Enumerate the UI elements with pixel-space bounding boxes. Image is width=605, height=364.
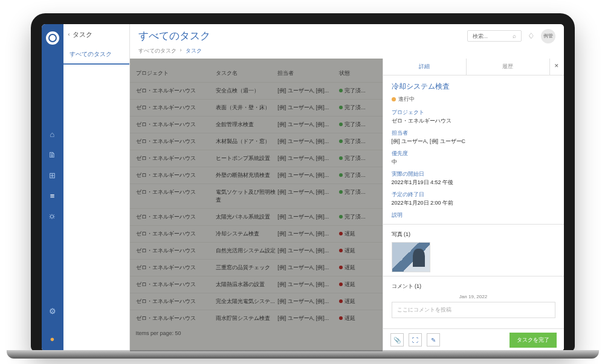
search-icon: ⌕ xyxy=(513,33,516,39)
table-row[interactable]: ゼロ・エネルギーハウスヒートポンプ系統設置[例] ユーザーA, [例]...完了… xyxy=(130,150,383,167)
main-area: すべてのタスク ⌕ ♢ 例管 すべてのタスク › タスク プロジェクト タスク名 xyxy=(130,24,564,351)
status-dot-icon xyxy=(339,190,343,194)
help-icon[interactable]: ● xyxy=(48,334,57,344)
table-row[interactable]: ゼロ・エネルギーハウス表面（天井・壁・床）[例] ユーザーA, [例]...完了… xyxy=(130,99,383,116)
cell-task: 外壁の断熱材充填検査 xyxy=(216,171,277,179)
nav-item-all-tasks[interactable]: すべてのタスク xyxy=(63,45,129,65)
search-box[interactable]: ⌕ xyxy=(467,30,522,42)
cell-task: 冷却システム検査 xyxy=(216,230,277,238)
cell-status: 完了済... xyxy=(339,188,376,204)
cell-project: ゼロ・エネルギーハウス xyxy=(136,230,216,238)
avatar[interactable]: 例管 xyxy=(541,29,555,43)
field-due-value: 2022年1月20日 2:00 午前 xyxy=(392,199,555,207)
col-status: 状態 xyxy=(339,69,376,77)
comment-date: Jan 19, 2022 xyxy=(392,294,555,299)
chevron-right-icon: › xyxy=(180,47,182,55)
cell-task: 三重窓の品質チェック xyxy=(216,264,277,272)
document-icon[interactable]: 🗎 xyxy=(48,150,57,160)
status-dot-icon xyxy=(339,106,343,109)
cell-status: 遅延 xyxy=(339,298,376,305)
app-logo[interactable] xyxy=(46,31,59,45)
cell-assignee: [例] ユーザーA, [例]... xyxy=(277,247,339,255)
field-due-label: 予定の終了日 xyxy=(392,191,555,199)
cell-status: 完了済... xyxy=(339,104,376,112)
table-row[interactable]: ゼロ・エネルギーハウス電気ソケット及び照明検査[例] ユーザーA, [例]...… xyxy=(130,184,383,208)
comments-heading: コメント (1) xyxy=(392,283,555,290)
cell-project: ゼロ・エネルギーハウス xyxy=(136,264,216,272)
status-dot-icon xyxy=(339,89,343,92)
table-row[interactable]: ゼロ・エネルギーハウス冷却システム検査[例] ユーザーA, [例]...遅延 xyxy=(130,225,383,242)
cell-task: 安全点検（週一） xyxy=(216,87,277,95)
status-dot-icon xyxy=(339,316,343,320)
cell-assignee: [例] ユーザーA, [例]... xyxy=(277,104,339,112)
table-row[interactable]: ゼロ・エネルギーハウス木材製品（ドア・窓）[例] ユーザーA, [例]...完了… xyxy=(130,133,383,150)
complete-button[interactable]: タスクを完了 xyxy=(510,333,557,348)
briefcase-icon[interactable]: ⌂ xyxy=(48,130,57,139)
edit-icon[interactable]: ✎ xyxy=(427,333,440,346)
cell-project: ゼロ・エネルギーハウス xyxy=(136,87,216,95)
detail-title: 冷却システム検査 xyxy=(392,81,555,92)
breadcrumb-parent[interactable]: すべてのタスク xyxy=(138,47,176,55)
photos-heading: 写真 (1) xyxy=(392,231,555,238)
field-assignee-label: 担当者 xyxy=(392,130,555,137)
cell-status: 遅延 xyxy=(339,264,376,272)
breadcrumb: すべてのタスク › タスク xyxy=(130,46,564,59)
cell-status: 遅延 xyxy=(339,247,376,255)
tab-details[interactable]: 詳細 xyxy=(383,59,466,75)
table-row[interactable]: ゼロ・エネルギーハウス全館管理水検査[例] ユーザーA, [例]...完了済..… xyxy=(130,116,383,133)
status-dot-icon xyxy=(339,156,343,160)
col-project: プロジェクト xyxy=(136,69,216,77)
cell-project: ゼロ・エネルギーハウス xyxy=(136,315,216,322)
task-photo[interactable] xyxy=(392,242,430,272)
table-row[interactable]: ゼロ・エネルギーハウス太陽光パネル系統設置[例] ユーザーA, [例]...完了… xyxy=(130,208,383,225)
nav-back-label: タスク xyxy=(73,30,92,39)
people-icon[interactable]: ⛭ xyxy=(48,212,57,222)
cell-project: ゼロ・エネルギーハウス xyxy=(136,281,216,289)
status-text: 進行中 xyxy=(398,95,415,103)
settings-icon[interactable]: ⚙ xyxy=(48,307,57,316)
field-assignee-value: [例] ユーザーA, [例] ユーザーC xyxy=(392,138,555,145)
search-input[interactable] xyxy=(473,33,509,39)
main-header: すべてのタスク ⌕ ♢ 例管 xyxy=(130,24,564,46)
table-row[interactable]: ゼロ・エネルギーハウス太陽熱温水器の設置[例] ユーザーA, [例]...遅延 xyxy=(130,276,383,293)
cell-assignee: [例] ユーザーA, [例]... xyxy=(277,121,339,129)
table-row[interactable]: ゼロ・エネルギーハウス三重窓の品質チェック[例] ユーザーA, [例]...遅延 xyxy=(130,259,383,276)
cell-assignee: [例] ユーザーA, [例]... xyxy=(277,87,339,95)
cell-project: ゼロ・エネルギーハウス xyxy=(136,188,216,204)
cell-assignee: [例] ユーザーA, [例]... xyxy=(277,281,339,289)
nav-back[interactable]: ‹ タスク xyxy=(63,24,129,45)
status-dot-icon xyxy=(339,299,343,303)
status-dot-icon xyxy=(339,215,343,219)
table-row[interactable]: ゼロ・エネルギーハウス完全太陽光電気システ...[例] ユーザーA, [例]..… xyxy=(130,293,383,310)
bell-icon[interactable]: ♢ xyxy=(528,31,535,40)
status-line: 進行中 xyxy=(392,95,555,103)
table-row[interactable]: ゼロ・エネルギーハウス自然光活用システム設定[例] ユーザーA, [例]...遅… xyxy=(130,242,383,259)
detail-footer: 📎 ⛶ ✎ タスクを完了 xyxy=(383,328,564,351)
task-table-area: プロジェクト タスク名 担当者 状態 ゼロ・エネルギーハウス安全点検（週一）[例… xyxy=(130,59,383,351)
tab-history[interactable]: 履歴 xyxy=(466,59,549,75)
table-row[interactable]: ゼロ・エネルギーハウス外壁の断熱材充填検査[例] ユーザーA, [例]...完了… xyxy=(130,167,383,184)
cell-status: 完了済... xyxy=(339,121,376,129)
calendar-icon[interactable]: ⊞ xyxy=(48,171,57,180)
field-start-value: 2022年1月19日 4:52 午後 xyxy=(392,179,555,187)
field-priority-value: 中 xyxy=(392,158,555,166)
comment-input[interactable]: ここにコメントを投稿 xyxy=(392,302,555,318)
col-task: タスク名 xyxy=(216,69,277,77)
cell-assignee: [例] ユーザーA, [例]... xyxy=(277,298,339,305)
camera-icon[interactable]: ⛶ xyxy=(409,333,422,346)
table-row[interactable]: ゼロ・エネルギーハウス安全点検（週一）[例] ユーザーA, [例]...完了済.… xyxy=(130,82,383,99)
status-dot-icon xyxy=(339,123,343,126)
cell-task: 太陽光パネル系統設置 xyxy=(216,213,277,221)
status-dot-icon xyxy=(339,249,343,252)
cell-assignee: [例] ユーザーA, [例]... xyxy=(277,155,339,162)
close-icon[interactable]: ✕ xyxy=(549,59,564,75)
field-project-value: ゼロ・エネルギーハウス xyxy=(392,117,555,125)
cell-status: 遅延 xyxy=(339,281,376,289)
pager[interactable]: Items per page: 50 xyxy=(130,327,383,340)
table-row[interactable]: ゼロ・エネルギーハウス雨水貯留システム検査[例] ユーザーA, [例]...遅延 xyxy=(130,310,383,327)
attach-icon[interactable]: 📎 xyxy=(390,333,404,346)
cell-project: ゼロ・エネルギーハウス xyxy=(136,298,216,305)
cell-status: 完了済... xyxy=(339,155,376,162)
field-start-label: 実際の開始日 xyxy=(392,171,555,178)
list-icon[interactable]: ≡ xyxy=(48,191,57,201)
